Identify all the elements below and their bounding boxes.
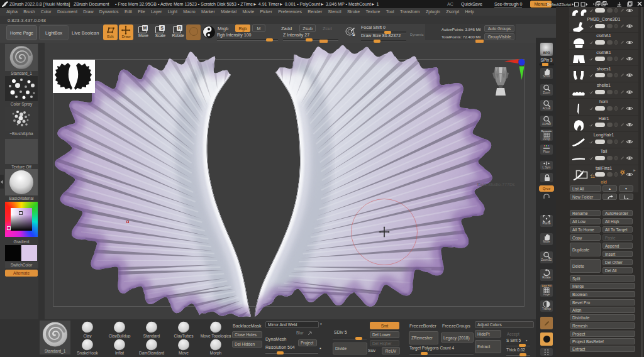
svg-text:S: S <box>352 32 355 36</box>
